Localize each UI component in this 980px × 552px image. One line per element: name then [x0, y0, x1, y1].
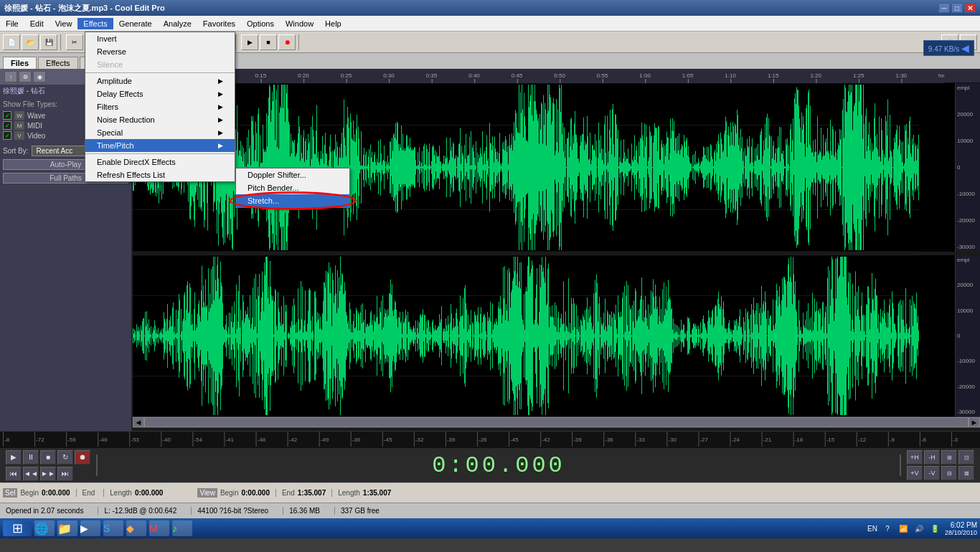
taskbar-folder[interactable]: 📁	[57, 520, 77, 536]
scroll-thumb[interactable]	[144, 417, 969, 427]
cut-button[interactable]: ✂	[66, 34, 83, 50]
panel-icon-1[interactable]: ↑	[4, 71, 17, 82]
skip-end-button[interactable]: ⏭	[57, 467, 73, 481]
tab-effects[interactable]: Effects	[38, 57, 77, 69]
zoom-reset[interactable]: ⊠	[958, 466, 974, 480]
loop-button[interactable]: ↻	[57, 450, 73, 465]
open-button[interactable]: 📂	[22, 34, 39, 50]
wave-checkbox[interactable]: ✓	[3, 111, 11, 120]
zoom-in-h[interactable]: +H	[907, 450, 923, 465]
save-button[interactable]: 💾	[40, 34, 57, 50]
menu-filters[interactable]: Filters ▶	[85, 100, 235, 113]
transport-row-1: ▶ ⏸ ■ ↻ ⏺	[6, 450, 90, 465]
menu-analyze[interactable]: Analyze	[158, 18, 197, 29]
record-button[interactable]: ⏺	[75, 450, 90, 465]
skip-start-button[interactable]: ⏮	[6, 467, 22, 481]
taskbar-app-2[interactable]: ◆	[126, 520, 146, 536]
zoom-in-sel-v[interactable]: ⊟	[941, 466, 957, 480]
start-button[interactable]: ⊞	[3, 520, 32, 536]
scroll-left[interactable]: ◄	[133, 417, 144, 427]
taskbar-media[interactable]: ▶	[80, 520, 100, 536]
menu-amplitude[interactable]: Amplitude ▶	[85, 75, 235, 87]
menu-generate[interactable]: Generate	[113, 18, 158, 29]
scroll-right[interactable]: ►	[969, 417, 980, 427]
db-label-bot-empl: empl	[957, 257, 979, 263]
sel-length-value: 0:00.000	[135, 489, 163, 497]
menu-file[interactable]: File	[0, 18, 24, 29]
submenu-stretch[interactable]: Stretch...	[236, 194, 349, 207]
maximize-button[interactable]: □	[951, 3, 963, 13]
menu-options[interactable]: Options	[241, 18, 280, 29]
menu-sep-2	[85, 153, 235, 154]
size-text: 16.36 MB	[283, 507, 320, 515]
sel-label: Sel	[3, 488, 17, 498]
zoom-in-v[interactable]: +V	[907, 466, 923, 480]
close-button[interactable]: ✕	[964, 3, 976, 13]
menu-edit[interactable]: Edit	[24, 18, 50, 29]
view-length-value: 1:35.007	[363, 489, 391, 497]
bottom-waveform-channel: empl 20000 10000 0 -10000 -20000 -30000	[133, 255, 980, 417]
db-label-bot-0: 0	[957, 333, 979, 339]
menu-favorites[interactable]: Favorites	[197, 18, 241, 29]
window-controls: ─ □ ✕	[938, 3, 976, 13]
opened-text: Opened in 2.07 seconds	[6, 507, 83, 515]
view-end-value: 1:35.007	[298, 489, 326, 497]
menu-help[interactable]: Help	[319, 18, 347, 29]
zoom-controls: +H -H ⊞ ⊡ +V -V ⊟ ⊠	[907, 450, 974, 480]
infobar-end-group: End	[76, 489, 98, 497]
taskbar-ie[interactable]: 🌐	[34, 520, 55, 536]
zoom-full[interactable]: ⊡	[958, 450, 974, 465]
menu-refresh-effects[interactable]: Refresh Effects List	[85, 168, 235, 181]
menu-window[interactable]: Window	[280, 18, 319, 29]
view-end-label: End	[282, 489, 295, 497]
minimize-button[interactable]: ─	[938, 3, 950, 13]
db-label-10000: 10000	[957, 138, 979, 144]
play-button[interactable]: ▶	[6, 450, 22, 465]
panel-icon-2[interactable]: ⚙	[19, 71, 32, 82]
statusbar: Opened in 2.07 seconds L: -12.9dB @ 0:00…	[0, 503, 980, 518]
video-checkbox[interactable]: ✓	[3, 131, 11, 140]
hscrollbar[interactable]: ◄ ►	[133, 417, 980, 428]
menu-noise-reduction[interactable]: Noise Reduction ▶	[85, 113, 235, 126]
menu-enable-directx[interactable]: Enable DirectX Effects	[85, 156, 235, 168]
systray-network[interactable]: 📶	[897, 523, 909, 534]
menu-time-pitch[interactable]: Time/Pitch ▶	[85, 139, 235, 152]
db-label-bot-20000: 20000	[957, 282, 979, 288]
new-button[interactable]: 📄	[3, 34, 20, 50]
db-scale-bar	[0, 431, 980, 447]
menu-invert[interactable]: Invert	[85, 32, 235, 45]
systray-audio[interactable]: 🔊	[913, 523, 925, 534]
pause-button[interactable]: ⏸	[23, 450, 39, 465]
taskbar-app-4[interactable]: ♪	[172, 520, 192, 536]
zoom-out-v[interactable]: -V	[924, 466, 940, 480]
view-begin-value: 0:00.000	[241, 489, 269, 497]
stop-button[interactable]: ■	[40, 450, 56, 465]
taskbar-app-1[interactable]: S	[103, 520, 123, 536]
panel-icon-3[interactable]: ◉	[33, 71, 46, 82]
menu-delay-effects[interactable]: Delay Effects ▶	[85, 87, 235, 100]
kbs-arrow: ◀	[961, 42, 969, 54]
zoom-in-sel[interactable]: ⊞	[941, 450, 957, 465]
submenu-pitch-bender[interactable]: Pitch Bender...	[236, 181, 349, 194]
menu-reverse[interactable]: Reverse	[85, 45, 235, 58]
effects-menu: Invert Reverse Silence Amplitude ▶ Delay…	[85, 32, 235, 182]
stop-btn[interactable]: ■	[260, 34, 277, 50]
infobar-view-end-group: End 1:35.007	[275, 489, 326, 497]
view-length-label: Length	[338, 489, 360, 497]
midi-checkbox[interactable]: ✓	[3, 121, 11, 130]
tab-files[interactable]: Files	[3, 57, 37, 69]
menu-special[interactable]: Special ▶	[85, 126, 235, 139]
taskbar-app-3[interactable]: M	[149, 520, 169, 536]
toolbar-sep-1	[60, 34, 63, 50]
prev-button[interactable]: ◄◄	[23, 467, 39, 481]
next-button[interactable]: ►►	[40, 467, 56, 481]
record-button[interactable]: ⏺	[278, 34, 296, 50]
menu-view[interactable]: View	[50, 18, 78, 29]
systray-help[interactable]: ?	[882, 523, 893, 534]
time-pitch-submenu: Doppler Shifter... Pitch Bender... Stret…	[235, 168, 350, 208]
menu-effects[interactable]: Effects	[77, 18, 113, 29]
submenu-doppler[interactable]: Doppler Shifter...	[236, 168, 349, 181]
play-button[interactable]: ▶	[241, 34, 258, 50]
zoom-out-h[interactable]: -H	[924, 450, 940, 465]
systray-battery[interactable]: 🔋	[929, 523, 941, 534]
